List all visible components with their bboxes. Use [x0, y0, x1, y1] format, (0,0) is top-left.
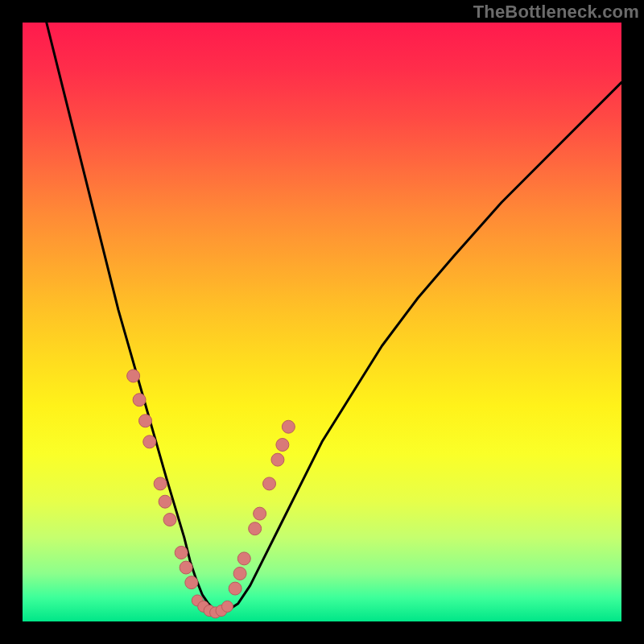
chart-gradient-area: [23, 23, 621, 621]
watermark-text: TheBottleneck.com: [473, 2, 639, 23]
chart-frame: TheBottleneck.com: [0, 0, 644, 644]
